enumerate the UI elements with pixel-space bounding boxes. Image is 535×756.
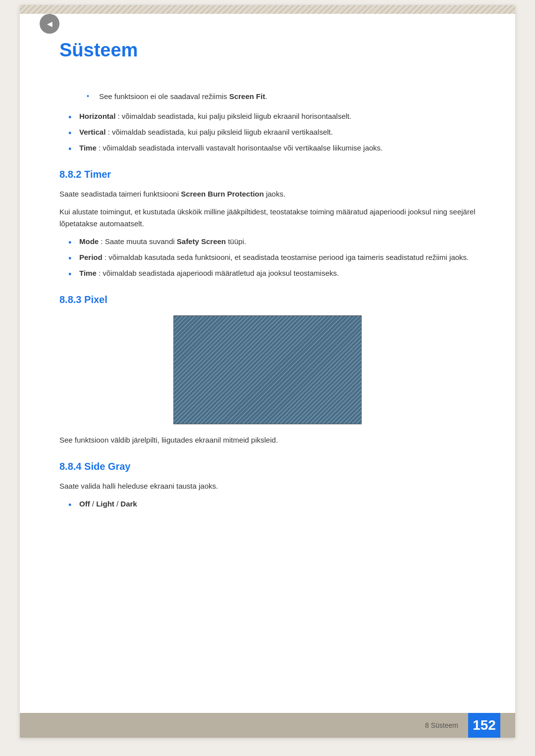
section-882-para1-end: jaoks. (266, 190, 285, 198)
time2-term: Time (79, 269, 97, 277)
option-dark: Dark (120, 500, 137, 508)
header-stripe-bar (20, 5, 515, 14)
bullet-time2: Time : võimaldab seadistada ajaperioodi … (59, 267, 476, 279)
timer-bullets-list: Mode : Saate muuta suvandi Safety Screen… (59, 236, 476, 279)
main-bullets-list: Horizontal : võimaldab seadistada, kui p… (59, 110, 476, 154)
section-883-after-image: See funktsioon väldib järelpilti, liigut… (59, 434, 476, 446)
period-text: : võimaldab kasutada seda funktsiooni, e… (105, 253, 469, 261)
option-off: Off (79, 500, 90, 508)
section-882-title: 8.8.2 Timer (59, 169, 476, 180)
footer-bar: 8 Süsteem 152 (20, 713, 515, 738)
section-884-title: 8.8.4 Side Gray (59, 461, 476, 472)
section-883-title: 8.8.3 Pixel (59, 294, 476, 305)
sep1: / (92, 500, 96, 508)
time2-text: : võimaldab seadistada ajaperioodi määra… (99, 269, 339, 277)
option-light: Light (96, 500, 114, 508)
footer-section-label: 8 Süsteem (425, 721, 458, 729)
mode-term: Mode (79, 237, 99, 246)
side-gray-bullets: Off / Light / Dark (59, 498, 476, 510)
mode-text2: tüüpi. (228, 237, 246, 246)
screen-fit-note-list: See funktsioon ei ole saadaval režiimis … (59, 91, 476, 102)
bullet-mode: Mode : Saate muuta suvandi Safety Screen… (59, 236, 476, 248)
side-gray-options: Off / Light / Dark (59, 498, 476, 510)
horizontal-term: Horizontal (79, 112, 115, 120)
safety-screen-bold: Safety Screen (177, 237, 226, 246)
vertical-text: : võimaldab seadistada, kui palju piksle… (108, 128, 333, 136)
time-term: Time (79, 144, 97, 152)
mode-text: : Saate muuta suvandi (101, 237, 174, 246)
footer-page-number: 152 (468, 713, 500, 738)
screen-burn-bold: Screen Burn Protection (181, 190, 264, 198)
screen-fit-bold: Screen Fit (229, 92, 266, 101)
bullet-vertical: Vertical : võimaldab seadistada, kui pal… (59, 126, 476, 138)
section-882-para1: Saate seadistada taimeri funktsiooni Scr… (59, 188, 476, 200)
page-title: Süsteem (59, 40, 476, 61)
pixel-image (173, 315, 362, 424)
section-882-para1-text: Saate seadistada taimeri funktsiooni (59, 190, 179, 198)
screen-fit-note-text: See funktsioon ei ole saadaval režiimis (99, 92, 227, 101)
bullet-horizontal: Horizontal : võimaldab seadistada, kui p… (59, 110, 476, 122)
bullet-time: Time : võimaldab seadistada intervalli v… (59, 142, 476, 154)
period-term: Period (79, 253, 103, 261)
page-container: Süsteem See funktsioon ei ole saadaval r… (20, 5, 515, 738)
section-884-intro: Saate valida halli heleduse ekraani taus… (59, 480, 476, 492)
section-882-para2: Kui alustate toimingut, et kustutada üks… (59, 206, 476, 230)
time-text: : võimaldab seadistada intervalli vastav… (99, 144, 383, 152)
bullet-period: Period : võimaldab kasutada seda funktsi… (59, 252, 476, 263)
screen-fit-note-item: See funktsioon ei ole saadaval režiimis … (59, 91, 476, 102)
back-button[interactable] (40, 14, 59, 34)
vertical-term: Vertical (79, 128, 106, 136)
horizontal-text: : võimaldab seadistada, kui palju piksle… (118, 112, 352, 120)
